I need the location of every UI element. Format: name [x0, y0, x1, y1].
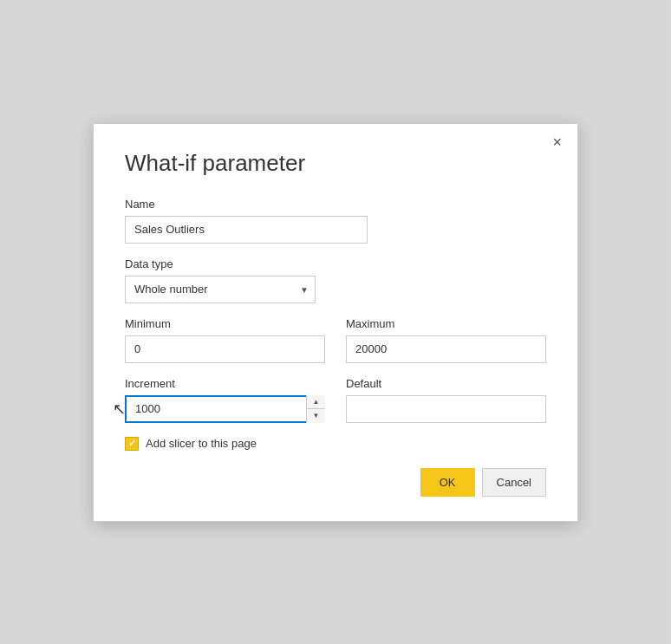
min-max-row: Minimum Maximum	[125, 317, 546, 363]
dialog-footer: OK Cancel	[125, 468, 546, 497]
cursor-icon: ↖	[113, 400, 126, 419]
dialog: × What-if parameter Name Data type Whole…	[93, 123, 578, 522]
default-label: Default	[346, 377, 546, 390]
default-input[interactable]	[346, 395, 546, 423]
ok-button[interactable]: OK	[420, 468, 475, 497]
increment-default-row: Increment ↖ ▲ ▼ Default	[125, 377, 546, 423]
close-button[interactable]: ×	[549, 133, 565, 152]
default-group: Default	[346, 377, 546, 423]
data-type-label: Data type	[125, 257, 546, 270]
increment-down-button[interactable]: ▼	[307, 409, 325, 423]
increment-input[interactable]	[125, 395, 325, 423]
add-slicer-label[interactable]: Add slicer to this page	[146, 437, 257, 450]
data-type-select-wrapper: Whole number Decimal number Fixed decima…	[125, 276, 316, 303]
name-group: Name	[125, 198, 546, 244]
spinner-buttons: ▲ ▼	[306, 395, 325, 423]
cancel-button[interactable]: Cancel	[482, 468, 546, 497]
checkbox-row: ✓ Add slicer to this page	[125, 437, 546, 451]
increment-label: Increment	[125, 377, 325, 390]
data-type-select[interactable]: Whole number Decimal number Fixed decima…	[125, 276, 316, 303]
data-type-group: Data type Whole number Decimal number Fi…	[125, 257, 546, 303]
maximum-label: Maximum	[346, 317, 546, 330]
maximum-group: Maximum	[346, 317, 546, 363]
minimum-input[interactable]	[125, 335, 325, 363]
name-label: Name	[125, 198, 546, 211]
dialog-overlay: × What-if parameter Name Data type Whole…	[0, 0, 671, 644]
maximum-input[interactable]	[346, 335, 546, 363]
name-input[interactable]	[125, 216, 368, 244]
increment-up-button[interactable]: ▲	[307, 395, 325, 410]
add-slicer-checkbox[interactable]: ✓	[125, 437, 139, 451]
increment-wrapper: ↖ ▲ ▼	[125, 395, 325, 423]
minimum-label: Minimum	[125, 317, 325, 330]
checkmark-icon: ✓	[128, 439, 136, 448]
dialog-title: What-if parameter	[125, 150, 546, 177]
minimum-group: Minimum	[125, 317, 325, 363]
increment-group: Increment ↖ ▲ ▼	[125, 377, 325, 423]
